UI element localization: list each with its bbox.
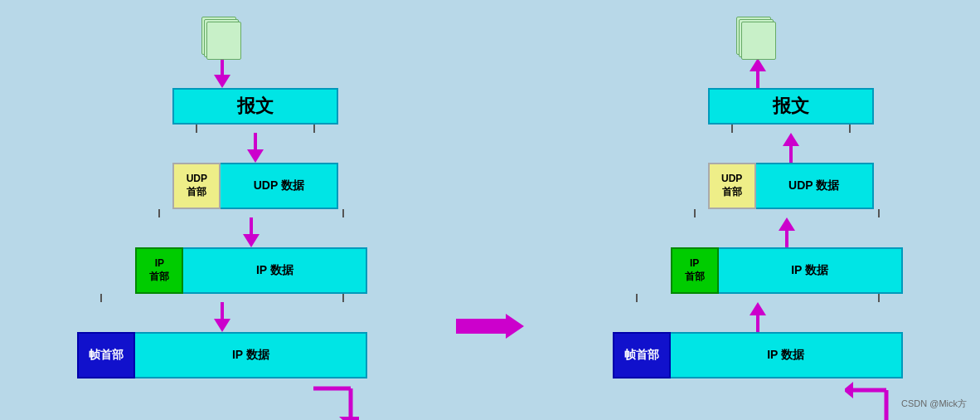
frame-header-left: 帧首部 [77, 332, 135, 378]
arrow-down-3-wrapper [135, 217, 367, 247]
ip-header-right: IP首部 [671, 247, 719, 294]
document-icon-left [200, 17, 245, 58]
arrow-up-3 [776, 217, 798, 247]
arrow-down-2 [245, 133, 266, 163]
svg-marker-21 [845, 382, 853, 398]
svg-marker-16 [779, 217, 795, 231]
frame-data-right: IP 数据 [671, 332, 903, 378]
arrow-up-2 [780, 133, 802, 163]
arrow-up-2-wrapper [708, 133, 874, 163]
left-diagram: 报文 UDP首部 UDP 数据 [77, 17, 367, 420]
udp-header-left: UDP首部 [172, 163, 221, 209]
frame-row-right: 帧首部 IP 数据 [613, 332, 903, 378]
arrow-right-big [456, 314, 524, 339]
udp-row-left: UDP首部 UDP 数据 [172, 163, 338, 209]
udp-row-right: UDP首部 UDP 数据 [708, 163, 874, 209]
arrow-up-bottom-right [845, 382, 895, 420]
arrow-right-down-left [309, 382, 359, 420]
arrow-down-3 [240, 217, 262, 247]
watermark: CSDN @Mick方 [901, 398, 967, 410]
svg-marker-10 [339, 417, 359, 420]
svg-marker-1 [214, 75, 230, 88]
dashes-udp-ip-right [671, 209, 903, 217]
frame-header-right: 帧首部 [613, 332, 671, 378]
dashes-udp-ip [135, 209, 367, 217]
arrow-down-1 [211, 58, 233, 88]
arrow-up-4-wrapper [613, 302, 903, 332]
bottom-arrow-right [613, 382, 903, 420]
middle-arrow [456, 17, 524, 403]
arrow-down-2-wrapper [172, 133, 338, 163]
dashes-ip-frame [77, 294, 367, 302]
frame-data-left: IP 数据 [135, 332, 367, 378]
svg-marker-3 [247, 149, 264, 163]
ip-header-left: IP首部 [135, 247, 183, 294]
ip-data-right: IP 数据 [719, 247, 903, 294]
bawen-box-left: 报文 [172, 88, 338, 125]
dashes-bawen-udp [172, 125, 338, 133]
svg-marker-18 [750, 302, 766, 315]
dashes-bawen-udp-right [708, 125, 874, 133]
frame-row-left: 帧首部 IP 数据 [77, 332, 367, 378]
svg-marker-7 [214, 319, 230, 332]
bawen-row-left: 报文 [172, 88, 338, 125]
dashes-ip-frame-right [613, 294, 903, 302]
main-container: 报文 UDP首部 UDP 数据 [0, 0, 980, 420]
udp-header-right: UDP首部 [708, 163, 756, 209]
svg-marker-14 [783, 133, 799, 146]
svg-marker-12 [750, 58, 766, 71]
arrow-down-4 [211, 302, 233, 332]
arrow-down-4-wrapper [77, 302, 367, 332]
right-diagram: 报文 UDP首部 UDP 数据 [613, 17, 903, 420]
bawen-row-right: 报文 [708, 88, 874, 125]
udp-data-left: UDP 数据 [221, 163, 338, 209]
ip-row-right: IP首部 IP 数据 [671, 247, 903, 294]
udp-data-right: UDP 数据 [756, 163, 874, 209]
arrow-up-4 [747, 302, 769, 332]
document-icon-right [735, 17, 780, 58]
arrow-up-3-wrapper [671, 217, 903, 247]
bottom-arrow-left [77, 382, 367, 420]
bawen-box-right: 报文 [708, 88, 874, 125]
arrow-up-1 [747, 58, 769, 88]
ip-data-left: IP 数据 [183, 247, 367, 294]
svg-marker-5 [243, 234, 260, 247]
ip-row-left: IP首部 IP 数据 [135, 247, 367, 294]
